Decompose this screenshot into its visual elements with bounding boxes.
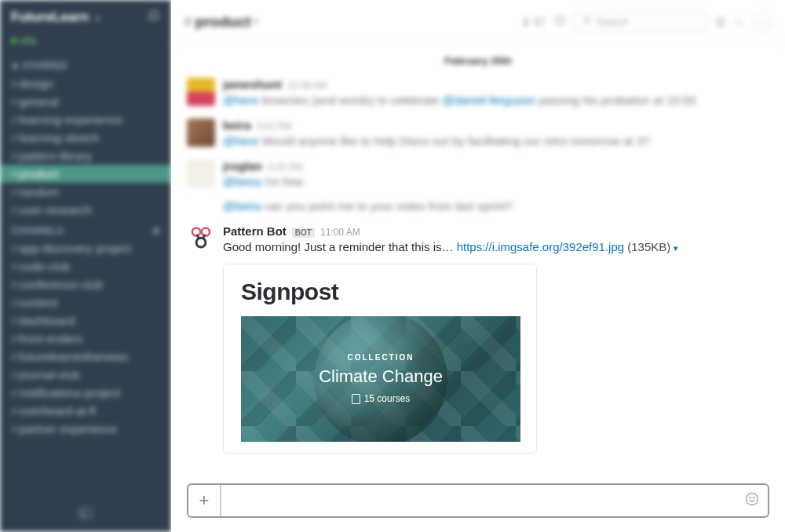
bot-avatar[interactable] (187, 224, 215, 253)
star-outline-icon[interactable]: ☆ (734, 16, 744, 28)
document-icon (352, 394, 360, 404)
channel-list: #app-discovery project #code-club #confe… (0, 239, 171, 438)
sidebar-item[interactable]: #conference-club (0, 275, 171, 293)
sidebar-item[interactable]: #dashboard (0, 312, 171, 330)
message-input[interactable] (221, 485, 736, 516)
message-time: 3:25 PM (268, 162, 303, 173)
starred-header: ★ STARRED (0, 54, 171, 75)
channels-header[interactable]: CHANNELS ⊕ (0, 219, 171, 239)
date-divider: February 25th (187, 44, 769, 73)
svg-point-8 (747, 493, 758, 505)
message-text: @beira can you point me to your notes fr… (223, 198, 769, 215)
sidebar-item[interactable]: #front-enders (0, 330, 171, 348)
svg-point-1 (82, 511, 86, 514)
sidebar-item-pattern-library[interactable]: #pattern-library (0, 147, 171, 165)
message-text: @here brownies (and words) to celebrate … (223, 92, 769, 109)
sidebar: FutureLearn ▾ ella ★ STARRED #design #ge… (0, 0, 171, 532)
sidebar-item[interactable]: #overheard-at-fl (0, 402, 171, 420)
sidebar-item-product[interactable]: #product (0, 165, 171, 183)
search-input[interactable]: Search (574, 12, 707, 31)
collapse-icon[interactable]: ▾ (674, 243, 678, 253)
plus-icon: + (199, 490, 210, 511)
more-button[interactable]: ⋯ (752, 12, 772, 32)
message-author[interactable]: jroglan (223, 159, 262, 173)
header-meta: 57 Search @ ☆ ⋯ (521, 12, 772, 32)
sidebar-item-learning-experience[interactable]: #learning-experience (0, 111, 171, 129)
svg-point-10 (754, 497, 754, 497)
message-link[interactable]: https://i.imgsafe.org/392ef91.jpg (457, 240, 624, 253)
svg-point-6 (202, 228, 210, 235)
sidebar-item-random[interactable]: #random (0, 183, 171, 201)
member-count[interactable]: 57 (521, 16, 546, 28)
message-time: 3:02 PM (257, 121, 292, 132)
sidebar-item-learning-sketch[interactable]: #learning-sketch (0, 129, 171, 147)
message: jameshunt 10:38 AM @here brownies (and w… (187, 73, 769, 114)
signpost-sub: 15 courses (319, 393, 443, 404)
message-composer: + (171, 476, 785, 532)
bell-icon[interactable] (148, 9, 160, 25)
message-author[interactable]: Pattern Bot (223, 224, 287, 238)
svg-point-2 (524, 18, 528, 21)
person-icon (521, 16, 531, 28)
presence-indicator: ella (0, 35, 171, 54)
message-text: Good morning! Just a reminder that this … (223, 239, 769, 256)
emoji-button[interactable] (736, 491, 768, 511)
message-text: @beira I'm free (223, 173, 769, 191)
presence-dot-icon (11, 38, 17, 44)
clock-icon[interactable] (553, 14, 566, 29)
message: beira 3:02 PM @here Would anyone like to… (187, 114, 769, 155)
sidebar-item[interactable]: #partner experience (0, 420, 171, 438)
bot-message: Pattern Bot BOT 11:00 AM Good morning! J… (187, 220, 769, 458)
sidebar-item[interactable]: #notifications-project (0, 384, 171, 402)
more-horizontal-icon: ⋯ (757, 16, 768, 28)
presence-user: ella (20, 35, 36, 46)
message-text: @here Would anyone like to help Disco ou… (223, 133, 769, 150)
team-directory-icon[interactable] (78, 507, 93, 523)
sidebar-item[interactable]: #journal-club (0, 366, 171, 384)
signpost-label: COLLECTION (319, 353, 443, 362)
chevron-down-icon: ▾ (96, 14, 100, 23)
sidebar-footer (0, 497, 171, 532)
sidebar-item-design[interactable]: #design (0, 75, 171, 93)
signpost-image: COLLECTION Climate Change 15 courses (241, 316, 520, 442)
signpost-heading: Climate Change (319, 366, 443, 387)
sidebar-item[interactable]: #futurelearninthenews (0, 348, 171, 366)
avatar[interactable] (187, 118, 215, 147)
message-list[interactable]: February 25th jameshunt 10:38 AM @here b… (171, 44, 785, 476)
message-author[interactable]: beira (223, 118, 251, 132)
channel-title[interactable]: # product ▾ (184, 13, 258, 31)
sidebar-item[interactable]: #code-club (0, 257, 171, 275)
svg-point-7 (196, 238, 206, 247)
message-time: 11:00 AM (320, 227, 360, 238)
message-author[interactable]: jameshunt (223, 78, 282, 91)
sidebar-item[interactable]: #app-discovery project (0, 239, 171, 257)
svg-point-5 (192, 228, 200, 235)
chevron-down-icon: ▾ (254, 16, 258, 27)
channel-header: # product ▾ 57 Se (171, 0, 785, 44)
svg-point-9 (750, 497, 750, 497)
message-time: 10:38 AM (287, 80, 327, 91)
sidebar-item-general[interactable]: #general (0, 93, 171, 111)
starred-list: #design #general #learning-experience #l… (0, 75, 171, 219)
attachment-card[interactable]: Signpost COLLECTION Climate Change 15 co… (223, 264, 537, 454)
workspace-header[interactable]: FutureLearn ▾ (0, 0, 171, 35)
plus-circle-icon[interactable]: ⊕ (152, 225, 160, 236)
bot-badge: BOT (292, 228, 315, 238)
mentions-icon[interactable]: @ (715, 16, 726, 28)
avatar[interactable] (187, 159, 215, 188)
sidebar-item[interactable]: #content (0, 293, 171, 312)
svg-point-4 (583, 17, 589, 23)
file-size: (135KB) (627, 240, 670, 253)
attachment-title: Signpost (224, 279, 536, 316)
message: jroglan 3:25 PM @beira I'm free @beira c… (187, 155, 769, 220)
composer-box: + (187, 483, 769, 518)
workspace-name: FutureLearn (11, 9, 89, 24)
member-count-value: 57 (533, 16, 546, 28)
channel-name: product (195, 13, 251, 31)
channels-label: CHANNELS (11, 225, 64, 236)
avatar[interactable] (187, 78, 215, 106)
attach-button[interactable]: + (188, 485, 221, 516)
sidebar-item-user-research[interactable]: #user-research (0, 201, 171, 219)
search-placeholder: Search (597, 16, 629, 27)
main-panel: # product ▾ 57 Se (171, 0, 785, 532)
